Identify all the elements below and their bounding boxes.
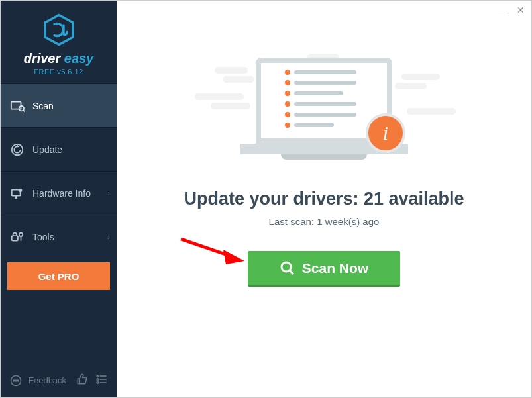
- sidebar-item-hardware[interactable]: Hardware Info ›: [1, 171, 117, 215]
- svg-point-15: [18, 380, 19, 381]
- hardware-icon: [10, 186, 25, 201]
- svg-point-2: [19, 106, 24, 111]
- last-scan-text: Last scan: 1 week(s) ago: [117, 216, 531, 227]
- brand-version: FREE v5.6.12: [1, 68, 117, 75]
- sidebar-item-label: Scan: [32, 101, 54, 111]
- sidebar-bottom: Feedback: [1, 368, 117, 397]
- logo-area: driver easy FREE v5.6.12: [1, 1, 117, 83]
- main-panel: — ✕ i Update your drivers: 21 available …: [117, 1, 531, 397]
- scan-icon: [10, 99, 25, 113]
- sidebar: driver easy FREE v5.6.12 Scan Update Har…: [1, 1, 117, 397]
- laptop-foot: [281, 154, 367, 160]
- svg-point-16: [97, 375, 99, 377]
- update-icon: [10, 142, 25, 157]
- svg-point-18: [97, 379, 99, 381]
- hero-illustration: i: [215, 47, 433, 173]
- svg-marker-24: [223, 250, 244, 264]
- thumbs-up-icon[interactable]: [76, 373, 89, 388]
- svg-point-20: [97, 382, 99, 384]
- scan-now-button[interactable]: Scan Now: [248, 251, 400, 287]
- svg-point-10: [19, 232, 23, 236]
- search-icon: [280, 260, 295, 276]
- annotation-arrow-icon: [180, 238, 246, 268]
- sidebar-item-tools[interactable]: Tools ›: [1, 215, 117, 258]
- scan-now-label: Scan Now: [302, 260, 368, 276]
- brand-driver: driver: [24, 51, 61, 66]
- brand-easy: easy: [60, 51, 93, 66]
- svg-line-3: [23, 110, 25, 111]
- minimize-button[interactable]: —: [498, 5, 507, 15]
- sidebar-item-update[interactable]: Update: [1, 127, 117, 171]
- chevron-right-icon: ›: [107, 189, 110, 197]
- logo-icon: [42, 13, 76, 47]
- svg-line-23: [290, 270, 293, 274]
- headline: Update your drivers: 21 available: [117, 189, 531, 209]
- svg-point-22: [282, 262, 291, 272]
- svg-point-13: [13, 380, 15, 381]
- svg-point-14: [15, 380, 17, 381]
- svg-point-8: [19, 188, 23, 192]
- sidebar-item-label: Tools: [32, 232, 54, 242]
- feedback-icon[interactable]: [9, 373, 23, 388]
- window-controls: — ✕: [498, 5, 525, 15]
- close-button[interactable]: ✕: [517, 5, 525, 15]
- tools-icon: [10, 230, 25, 244]
- nav: Scan Update Hardware Info › Tools ›: [1, 83, 117, 258]
- get-pro-button[interactable]: Get PRO: [7, 262, 110, 290]
- info-badge-icon: i: [366, 113, 405, 153]
- feedback-label[interactable]: Feedback: [28, 375, 66, 385]
- svg-marker-0: [45, 15, 73, 44]
- sidebar-item-scan[interactable]: Scan: [1, 83, 117, 127]
- sidebar-item-label: Update: [32, 144, 62, 155]
- sidebar-spacer: [1, 297, 117, 368]
- brand-name: driver easy: [1, 51, 117, 66]
- chevron-right-icon: ›: [107, 233, 110, 241]
- sidebar-item-label: Hardware Info: [32, 188, 91, 199]
- svg-rect-9: [12, 236, 18, 240]
- menu-icon[interactable]: [95, 373, 109, 388]
